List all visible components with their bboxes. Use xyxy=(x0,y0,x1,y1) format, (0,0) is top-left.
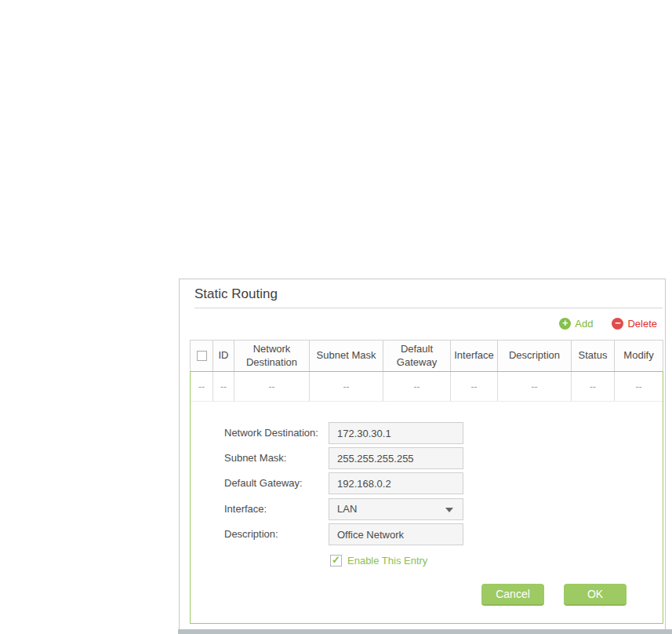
table-toolbar: Add Delete xyxy=(559,316,657,330)
table-row: -- -- -- -- -- -- -- -- -- xyxy=(191,372,663,402)
row-cell-id: -- xyxy=(212,372,234,401)
row-cell-modify: -- xyxy=(614,372,663,401)
description-label: Description: xyxy=(224,523,278,545)
panel-bottom-edge xyxy=(178,629,672,634)
enable-checkbox[interactable] xyxy=(330,555,342,567)
form-row-description: Description: xyxy=(191,523,663,545)
interface-label: Interface: xyxy=(224,498,267,520)
row-cell-network-destination: -- xyxy=(234,372,309,401)
add-plus-icon xyxy=(559,318,571,330)
static-routing-panel: Static Routing Add Delete ID Network Des… xyxy=(179,279,666,630)
ok-button[interactable]: OK xyxy=(564,584,627,606)
delete-button[interactable]: Delete xyxy=(612,316,657,330)
header-cell-select xyxy=(191,341,212,371)
form-row-default-gateway: Default Gateway: xyxy=(191,472,663,494)
header-cell-network-destination: Network Destination xyxy=(234,341,309,371)
interface-selected-value: LAN xyxy=(337,503,357,515)
default-gateway-label: Default Gateway: xyxy=(224,472,303,494)
row-cell-default-gateway: -- xyxy=(383,372,450,401)
cancel-button[interactable]: Cancel xyxy=(481,584,544,606)
add-button-label: Add xyxy=(575,318,593,330)
interface-dropdown[interactable]: LAN xyxy=(329,498,463,520)
page: Static Routing Add Delete ID Network Des… xyxy=(0,0,672,634)
network-destination-label: Network Destination: xyxy=(224,422,318,444)
row-cell-subnet-mask: -- xyxy=(309,372,383,401)
delete-minus-icon xyxy=(612,318,623,330)
delete-button-label: Delete xyxy=(627,318,657,330)
form-row-subnet-mask: Subnet Mask: xyxy=(191,447,663,469)
edit-entry-box: -- -- -- -- -- -- -- -- -- Network Desti… xyxy=(190,371,663,624)
enable-entry-row: Enable This Entry xyxy=(330,554,427,567)
chevron-down-icon xyxy=(445,508,453,512)
header-cell-subnet-mask: Subnet Mask xyxy=(309,341,383,371)
network-destination-field[interactable] xyxy=(329,422,463,444)
header-cell-status: Status xyxy=(571,341,614,371)
header-cell-default-gateway: Default Gateway xyxy=(383,341,450,371)
subnet-mask-field[interactable] xyxy=(329,447,463,469)
form-row-interface: Interface: LAN xyxy=(191,498,663,520)
form-row-network-destination: Network Destination: xyxy=(191,422,663,444)
description-field[interactable] xyxy=(329,523,463,545)
row-cell-status: -- xyxy=(571,372,614,401)
select-all-checkbox[interactable] xyxy=(197,351,207,361)
subnet-mask-label: Subnet Mask: xyxy=(224,447,287,469)
enable-checkbox-label: Enable This Entry xyxy=(347,555,427,567)
row-cell-description: -- xyxy=(497,372,571,401)
header-cell-description: Description xyxy=(497,341,571,371)
page-title: Static Routing xyxy=(194,286,278,302)
routing-table-header: ID Network Destination Subnet Mask Defau… xyxy=(190,340,663,371)
header-cell-id: ID xyxy=(212,341,234,371)
default-gateway-field[interactable] xyxy=(329,472,463,494)
title-divider xyxy=(194,308,663,308)
row-cell-interface: -- xyxy=(450,372,497,401)
row-cell-select: -- xyxy=(191,372,212,401)
header-cell-interface: Interface xyxy=(450,341,497,371)
header-cell-modify: Modify xyxy=(614,341,663,371)
add-button[interactable]: Add xyxy=(559,316,593,330)
